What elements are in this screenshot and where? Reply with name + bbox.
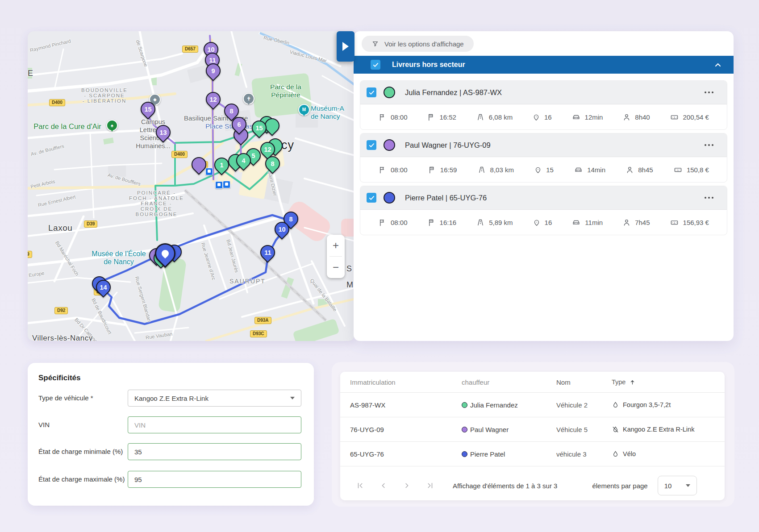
check-icon bbox=[372, 62, 379, 68]
table-header-row: Immatriculation chauffeur Nom Type bbox=[340, 372, 725, 392]
road-icon bbox=[477, 166, 486, 174]
table-row[interactable]: 76-UYG-09 Paul Wagner Véhicule 5 Kangoo … bbox=[340, 417, 725, 441]
plate-cell: 65-UYG-76 bbox=[340, 450, 462, 458]
driver-checkbox[interactable] bbox=[367, 193, 376, 203]
driver-cell: Julia Fernandez bbox=[470, 401, 518, 409]
driver-checkbox[interactable] bbox=[367, 87, 376, 97]
map-pin-icon bbox=[533, 218, 541, 227]
driver-name: Paul Wagner | 76-UYG-09 bbox=[405, 141, 491, 150]
district-label: BOUDONVILLE - SCARPONE - LIBÉRATION bbox=[69, 87, 140, 104]
driver-cell: Pierre Patel bbox=[470, 450, 505, 458]
road-badge: D657 bbox=[182, 46, 198, 53]
driver-avatar bbox=[384, 139, 395, 151]
drivers-panel: Voir les options d'affichage Livreurs ho… bbox=[354, 31, 734, 341]
road-badge: D92 bbox=[54, 307, 68, 314]
max-charge-label: État de charge maximale (%) bbox=[38, 475, 128, 484]
col-header-type[interactable]: Type bbox=[612, 378, 725, 386]
vin-input[interactable] bbox=[128, 416, 301, 433]
road-badge: D39 bbox=[84, 220, 97, 228]
col-header-name[interactable]: Nom bbox=[556, 378, 612, 386]
check-icon bbox=[368, 142, 375, 149]
road-icon bbox=[476, 113, 485, 121]
per-page-value: 10 bbox=[664, 482, 672, 490]
group-checkbox[interactable] bbox=[371, 60, 380, 70]
display-options-label: Voir les options d'affichage bbox=[384, 40, 464, 48]
driver-menu-button[interactable] bbox=[702, 141, 716, 149]
map-zoom-control: + − bbox=[327, 235, 345, 278]
max-charge-input[interactable] bbox=[128, 471, 301, 488]
vehicle-type-value: Kangoo Z.E Extra R-Link bbox=[134, 395, 209, 402]
driver-stats-row: 08:00 16:16 5,89 km 16 11min 7h45 1 156,… bbox=[360, 209, 727, 235]
map-canvas[interactable]: Raymond Pinchard de Scarpone Rue Oberlin… bbox=[28, 31, 354, 341]
filter-icon bbox=[371, 40, 379, 48]
car-icon bbox=[571, 218, 581, 227]
driver-card: Pierre Patel | 65-UYG-76 08:00 16:16 5,8… bbox=[360, 186, 727, 235]
road-badge: 9 bbox=[28, 251, 32, 258]
col-header-plate[interactable]: Immatriculation bbox=[340, 378, 462, 386]
next-page-button[interactable] bbox=[400, 479, 413, 492]
chevron-left-icon bbox=[380, 482, 388, 490]
last-page-icon bbox=[426, 482, 434, 490]
vehicle-type-select[interactable]: Kangoo Z.E Extra R-Link bbox=[128, 390, 301, 407]
stat-end-time: 16:52 bbox=[427, 113, 456, 121]
stat-start-time: 08:00 bbox=[378, 166, 408, 174]
svg-text:1: 1 bbox=[677, 168, 679, 171]
prev-page-button[interactable] bbox=[377, 479, 390, 492]
tram-station-icon bbox=[223, 181, 230, 188]
table-row[interactable]: AS-987-WX Julia Fernandez Véhicule 2 Fou… bbox=[340, 392, 725, 417]
chevron-up-icon bbox=[714, 62, 722, 68]
zoom-in-button[interactable]: + bbox=[327, 235, 345, 256]
expand-panel-button[interactable] bbox=[337, 31, 354, 62]
driver-card: Paul Wagner | 76-UYG-09 08:00 16:59 8,03… bbox=[360, 133, 727, 183]
stat-duration: 8h45 bbox=[626, 166, 653, 174]
col-header-driver[interactable]: chauffeur bbox=[462, 378, 556, 386]
caret-down-icon bbox=[290, 397, 295, 399]
zoom-out-button[interactable]: − bbox=[327, 257, 345, 278]
road-badge: D93C bbox=[250, 330, 267, 337]
type-cell: Fourgon 3,5-7,2t bbox=[623, 401, 671, 408]
stat-drive-time: 11min bbox=[571, 218, 603, 227]
last-page-button[interactable] bbox=[423, 479, 437, 492]
finish-flag-icon bbox=[427, 218, 436, 227]
tram-station-icon bbox=[215, 181, 223, 189]
banknote-icon: 1 bbox=[673, 166, 683, 174]
first-page-button[interactable] bbox=[354, 479, 367, 492]
min-charge-input[interactable] bbox=[128, 443, 301, 460]
map-area-label: E bbox=[28, 69, 33, 78]
pagination-row: Affichage d'éléments de 1 à 3 sur 3 élem… bbox=[340, 466, 725, 500]
map-area-label: S bbox=[346, 264, 352, 274]
driver-color-dot bbox=[462, 427, 467, 432]
vin-label: VIN bbox=[38, 420, 128, 429]
district-label: SAURUPT bbox=[229, 278, 266, 285]
map-base-layer bbox=[28, 31, 354, 341]
driver-menu-button[interactable] bbox=[702, 89, 716, 96]
driver-stats-row: 08:00 16:59 8,03 km 15 14min 8h45 1 150,… bbox=[360, 157, 727, 182]
stat-cost: 1 200,54 € bbox=[670, 113, 709, 121]
route-pierre bbox=[102, 215, 291, 324]
type-cell: Kangoo Z.E Extra R-Link bbox=[623, 426, 694, 433]
table-row[interactable]: 65-UYG-76 Pierre Patel véhicule 3 Vélo bbox=[340, 441, 725, 466]
stat-stops: 16 bbox=[532, 113, 552, 121]
banknote-icon: 1 bbox=[670, 218, 679, 227]
chevron-right-icon bbox=[403, 482, 411, 490]
map-pin-icon bbox=[532, 113, 540, 121]
poi-label: Musée de l'École de Nancy bbox=[88, 250, 150, 266]
form-title: Spécificités bbox=[38, 374, 303, 382]
stat-end-time: 16:16 bbox=[427, 218, 457, 227]
per-page-select[interactable]: 10 bbox=[658, 476, 697, 495]
svg-text:1: 1 bbox=[673, 116, 675, 118]
road-badge: D400 bbox=[49, 99, 65, 106]
driver-menu-button[interactable] bbox=[702, 194, 716, 201]
stat-drive-time: 12min bbox=[571, 113, 603, 121]
car-icon bbox=[571, 113, 581, 121]
finish-flag-icon bbox=[427, 113, 435, 121]
fuel-droplet-icon bbox=[612, 450, 619, 458]
collapse-group-button[interactable] bbox=[714, 62, 722, 68]
flag-icon bbox=[378, 218, 387, 227]
driver-color-dot bbox=[462, 402, 467, 408]
display-options-button[interactable]: Voir les options d'affichage bbox=[362, 36, 474, 52]
poi-label: Parc de la Pépinière bbox=[259, 83, 313, 99]
park-icon: ♠ bbox=[106, 120, 118, 131]
plate-cell: 76-UYG-09 bbox=[340, 426, 462, 433]
driver-checkbox[interactable] bbox=[367, 140, 376, 150]
